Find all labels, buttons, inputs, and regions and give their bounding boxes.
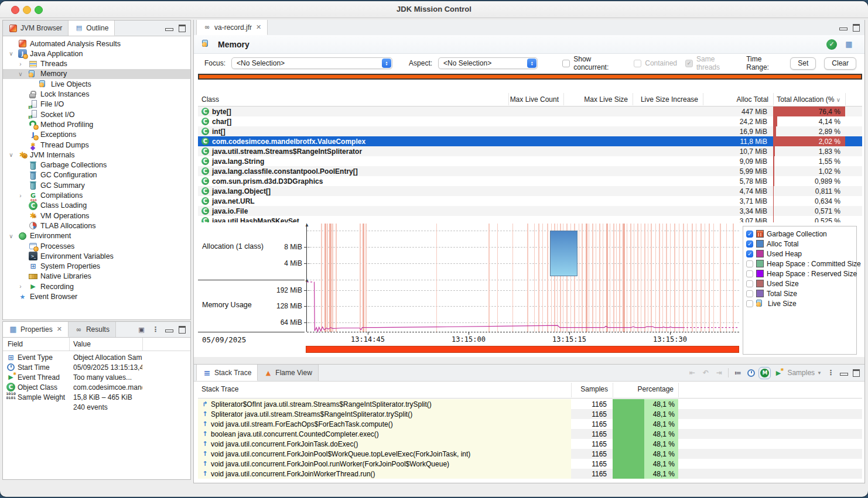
table-row[interactable]: char[]24,2 MiB4,14 % — [198, 116, 862, 126]
table-row[interactable]: java.io.File3,34 MiB0,571 % — [198, 206, 862, 216]
table-row[interactable]: java.lang.String9,09 MiB1,55 % — [198, 156, 862, 166]
table-row[interactable]: java.lang.Object[]4,74 MiB0,811 % — [198, 186, 862, 196]
chevron-down-icon[interactable]: ∨ — [17, 71, 24, 77]
legend-checkbox[interactable]: ✓ — [746, 231, 753, 238]
minimize-view-icon[interactable] — [165, 28, 173, 31]
chevron-down-icon[interactable]: ∨ — [8, 152, 15, 158]
chevron-right-icon[interactable]: › — [17, 193, 24, 199]
stack-frame-row[interactable]: void java.util.concurrent.ForkJoinTask.d… — [198, 439, 862, 449]
legend-item[interactable]: ✓Garbage Collection — [746, 229, 855, 239]
sidebar-item-lock-instances[interactable]: Lock Instances — [3, 90, 190, 99]
chart-range-scrollbar[interactable] — [306, 346, 739, 353]
close-icon[interactable]: ✕ — [57, 325, 62, 333]
clear-button[interactable]: Clear — [824, 57, 856, 70]
samples-dropdown[interactable]: Samples▼ — [787, 369, 822, 377]
legend-item[interactable]: ✓Alloc Total — [746, 239, 855, 249]
new-view-icon[interactable] — [137, 325, 146, 334]
column-header[interactable]: Live Size Increase — [633, 93, 698, 106]
sidebar-item-gc-summary[interactable]: GC Summary — [3, 180, 190, 190]
sidebar-item-method-profiling[interactable]: Method Profiling — [3, 119, 190, 129]
stack-frame-row[interactable]: void java.util.concurrent.ForkJoinPool$W… — [198, 449, 862, 459]
maximize-editor-icon[interactable] — [853, 24, 860, 32]
table-row[interactable]: java.util.HashMap$KeySet3,07 MiB0,525 % — [198, 216, 862, 222]
sash[interactable] — [194, 357, 864, 364]
editor-tab-va-record[interactable]: va-record.jfr ✕ — [196, 20, 268, 35]
column-header[interactable]: Max Live Count — [508, 93, 559, 106]
stack-frame-row[interactable]: Spliterator java.util.stream.Streams$Ran… — [198, 409, 862, 419]
maximize-view-icon[interactable] — [853, 369, 860, 377]
sidebar-item-socket-i-o[interactable]: Socket I/O — [3, 109, 190, 119]
column-header-total-allocation[interactable]: Total Allocation (% ∨ — [777, 93, 840, 106]
legend-checkbox[interactable] — [746, 300, 753, 307]
legend-item[interactable]: Total Size — [746, 289, 855, 298]
legend-checkbox[interactable] — [746, 260, 753, 267]
legend-checkbox[interactable]: ✓ — [746, 241, 753, 248]
legend-item[interactable]: ✓Used Heap — [746, 249, 855, 259]
nav-forward-icon[interactable] — [715, 369, 723, 377]
table-row[interactable]: java.net.URL3,71 MiB0,634 % — [198, 196, 862, 206]
sidebar-item-automated-analysis-results[interactable]: Automated Analysis Results — [3, 39, 190, 49]
contained-checkbox[interactable] — [634, 60, 641, 67]
property-row[interactable]: 240 events — [3, 402, 190, 412]
legend-checkbox[interactable] — [746, 280, 753, 287]
view-menu-icon[interactable] — [826, 369, 835, 377]
sidebar-item-system-properties[interactable]: System Properties — [3, 262, 190, 272]
field-column-header[interactable]: Field — [8, 340, 23, 348]
sidebar-item-processes[interactable]: Processes — [3, 241, 190, 251]
stack-frame-row[interactable]: Spliterator$OfInt java.util.stream.Strea… — [198, 399, 862, 409]
column-header[interactable]: Max Live Size — [563, 93, 628, 106]
minimize-editor-icon[interactable] — [839, 28, 848, 30]
samples-column-header[interactable]: Samples — [571, 383, 608, 396]
stack-frame-row[interactable]: void java.util.concurrent.ForkJoinPool.r… — [198, 459, 862, 469]
sidebar-item-garbage-collections[interactable]: Garbage Collections — [3, 160, 190, 170]
table-row[interactable]: com.sun.prism.d3d.D3DGraphics5,78 MiB0,9… — [198, 176, 862, 186]
column-header[interactable]: Alloc Total — [703, 93, 768, 106]
focus-dropdown[interactable]: <No Selection> ▲▼ — [231, 57, 392, 69]
same-threads-checkbox[interactable]: ✓ — [685, 60, 693, 67]
chevron-down-icon[interactable]: ∨ — [8, 50, 15, 57]
tab-outline[interactable]: Outline — [69, 20, 115, 36]
method-profiling-icon[interactable] — [760, 369, 769, 377]
minimize-view-icon[interactable] — [165, 329, 173, 332]
legend-item[interactable]: Heap Space : Committed Size — [746, 259, 855, 269]
sidebar-item-environment[interactable]: ∨Environment — [3, 231, 190, 241]
sidebar-item-live-objects[interactable]: Live Objects — [3, 79, 190, 89]
tab-stack-trace[interactable]: Stack Trace — [196, 365, 258, 381]
maximize-view-icon[interactable] — [179, 326, 186, 334]
time-range-bar[interactable] — [198, 74, 862, 80]
property-row[interactable]: Event ThreadToo many values... — [3, 372, 190, 382]
legend-checkbox[interactable]: ✓ — [746, 250, 753, 257]
stack-trace-column-header[interactable]: Stack Trace — [201, 383, 238, 396]
table-row[interactable]: com.codesimcoe.mandelbrotfx.ValueComplex… — [198, 136, 862, 146]
property-row[interactable]: Sample Weight15,8 KiB – 465 KiB — [3, 392, 190, 402]
minimize-view-icon[interactable] — [840, 373, 848, 376]
sidebar-item-jvm-internals[interactable]: ∨JVM Internals — [3, 150, 190, 160]
view-menu-icon[interactable] — [151, 325, 160, 334]
table-row[interactable]: byte[]447 MiB76,4 % — [198, 107, 862, 116]
close-editor-icon[interactable]: ✕ — [256, 23, 261, 31]
percentage-column-header[interactable]: Percentage — [613, 383, 674, 396]
clock-icon[interactable] — [747, 369, 756, 377]
sidebar-item-tlab-allocations[interactable]: TLAB Allocations — [3, 221, 190, 231]
sidebar-item-exceptions[interactable]: Exceptions — [3, 130, 190, 140]
tab-results[interactable]: Results — [69, 322, 116, 337]
stack-frame-row[interactable]: void java.util.stream.ForEachOps$ForEach… — [198, 419, 862, 429]
property-row[interactable]: Object Classcom.codesimcoe.mand — [3, 382, 190, 392]
maximize-view-icon[interactable] — [179, 25, 186, 32]
chevron-down-icon[interactable]: ∨ — [8, 233, 15, 239]
sidebar-item-threads[interactable]: ›Threads — [3, 59, 190, 69]
sidebar-item-thread-dumps[interactable]: Thread Dumps — [3, 140, 190, 150]
property-row[interactable]: Event TypeObject Allocation Sam — [3, 352, 190, 362]
thread-filter-icon[interactable] — [774, 369, 782, 377]
nav-rotate-icon[interactable] — [701, 369, 710, 377]
sidebar-item-gc-configuration[interactable]: GC Configuration — [3, 170, 190, 180]
legend-item[interactable]: Heap Space : Reserved Size — [746, 269, 855, 279]
property-row[interactable]: Start Time05/09/2025 13:15:13,4 — [3, 362, 190, 372]
sidebar-item-recording[interactable]: ›Recording — [3, 281, 190, 291]
column-header-class[interactable]: Class — [201, 93, 219, 106]
legend-checkbox[interactable] — [746, 290, 753, 297]
chevron-right-icon[interactable]: › — [17, 61, 24, 67]
table-row[interactable]: java.lang.classfile.constantpool.PoolEnt… — [198, 166, 862, 176]
sidebar-item-java-application[interactable]: ∨Java Application — [3, 49, 190, 59]
analysis-ok-icon[interactable] — [826, 39, 837, 50]
